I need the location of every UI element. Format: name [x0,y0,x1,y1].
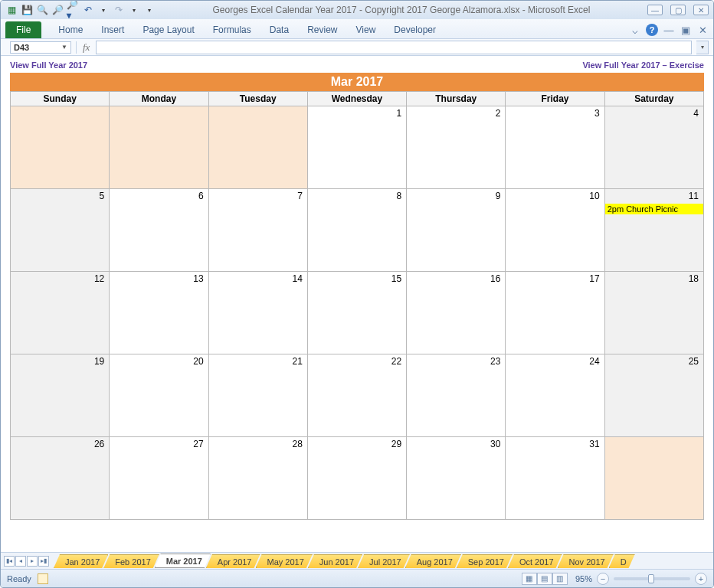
calendar-cell[interactable]: 14 [208,272,307,354]
calendar-cell[interactable]: 26 [11,437,110,520]
formula-bar-expand-icon[interactable]: ▾ [696,41,709,54]
sheet-tab-partial[interactable]: D [609,554,635,568]
day-number: 21 [209,354,307,368]
ribbon-tab-home[interactable]: Home [49,21,92,38]
sheet-tab[interactable]: Jul 2017 [358,554,410,568]
calendar-cell[interactable]: 21 [208,354,307,437]
sheet-nav-last-icon[interactable]: ▸▮ [38,556,49,567]
calendar-cell[interactable]: 1 [307,106,406,189]
day-number: 9 [407,189,505,203]
name-box-value: D43 [14,43,29,52]
calendar-cell[interactable]: 18 [604,272,703,354]
sheet-tab[interactable]: Jun 2017 [308,554,362,568]
calendar-cell[interactable]: 2 [407,106,506,189]
fx-icon[interactable]: fx [76,41,96,54]
undo-icon[interactable]: ↶ [82,4,94,16]
calendar-cell[interactable]: 5 [11,189,110,272]
page-layout-view-button[interactable]: ▤ [537,573,552,585]
zoom-level[interactable]: 95% [575,574,592,583]
calendar-cell[interactable]: 28 [208,437,307,520]
calendar-cell[interactable]: 22 [307,354,406,437]
ribbon-tab-formulas[interactable]: Formulas [204,21,260,38]
calendar-cell[interactable]: 6 [110,189,208,272]
workbook-restore-icon[interactable]: ▣ [680,24,692,36]
calendar-cell[interactable]: 29 [307,437,406,520]
day-number: 10 [506,189,604,203]
calendar-cell[interactable] [208,106,307,189]
help-icon[interactable]: ? [646,24,658,36]
sheet-nav-first-icon[interactable]: ▮◂ [4,556,15,567]
sheet-tab[interactable]: Aug 2017 [405,554,461,568]
calendar-cell[interactable]: 25 [604,354,703,437]
day-number: 12 [11,272,109,286]
maximize-button[interactable]: ▢ [670,5,686,15]
calendar-cell[interactable]: 15 [307,272,406,354]
file-tab[interactable]: File [5,21,41,38]
page-break-view-button[interactable]: ▥ [552,573,568,585]
calendar-cell[interactable]: 7 [208,189,307,272]
calendar-cell[interactable]: 4 [604,106,703,189]
sheet-nav-prev-icon[interactable]: ◂ [15,556,26,567]
sheet-tab[interactable]: Feb 2017 [103,554,159,568]
ribbon-tab-view[interactable]: View [347,21,385,38]
ribbon-tab-page-layout[interactable]: Page Layout [133,21,203,38]
calendar-cell[interactable]: 27 [110,437,208,520]
macro-record-icon[interactable] [38,573,48,584]
zoom-icon[interactable]: 🔍 [36,4,48,16]
workbook-minimize-icon[interactable]: — [663,24,675,36]
calendar-cell[interactable]: 112pm Church Picnic [604,189,703,272]
zoom-out-button[interactable]: − [597,573,609,585]
calendar-cell[interactable]: 23 [407,354,506,437]
ribbon-collapse-icon[interactable]: ⌵ [629,24,641,36]
close-button[interactable]: ✕ [693,5,709,15]
ribbon-tab-insert[interactable]: Insert [92,21,133,38]
sheet-tab[interactable]: May 2017 [256,554,313,568]
calendar-cell[interactable]: 19 [11,354,110,437]
calendar-cell[interactable] [110,106,208,189]
zoom-in-button[interactable]: + [695,573,707,585]
sheet-tab[interactable]: Nov 2017 [558,554,614,568]
sheet-tab[interactable]: Mar 2017 [155,554,211,568]
view-full-year-exercise-link[interactable]: View Full Year 2017 – Exercise [582,60,704,70]
calendar-cell[interactable]: 16 [407,272,506,354]
calendar-cell[interactable]: 20 [110,354,208,437]
sheet-tab[interactable]: Oct 2017 [508,554,562,568]
view-full-year-link[interactable]: View Full Year 2017 [10,60,87,70]
sheet-tab[interactable]: Apr 2017 [206,554,260,568]
sheet-tab[interactable]: Sep 2017 [457,554,513,568]
find-dropdown-icon[interactable]: 🔎▾ [67,4,79,16]
zoom-slider-thumb[interactable] [648,574,654,583]
calendar-cell[interactable]: 12 [11,272,110,354]
calendar-cell[interactable]: 3 [506,106,604,189]
workbook-close-icon[interactable]: ✕ [696,24,709,36]
sheet-tab[interactable]: Jan 2017 [54,554,108,568]
calendar-cell[interactable]: 30 [407,437,506,520]
calendar-cell[interactable]: 9 [407,189,506,272]
day-number: 24 [506,354,604,368]
zoom-slider[interactable] [614,577,690,580]
calendar-cell[interactable]: 24 [506,354,604,437]
formula-input[interactable] [96,41,692,54]
undo-dropdown-icon[interactable]: ▾ [97,4,110,16]
redo-icon[interactable]: ↷ [113,4,125,16]
name-box[interactable]: D43 ▼ [10,41,71,54]
calendar-cell[interactable]: 17 [506,272,604,354]
ribbon-tab-review[interactable]: Review [298,21,346,38]
save-icon[interactable]: 💾 [21,4,33,16]
calendar-cell[interactable]: 13 [110,272,208,354]
calendar-cell[interactable]: 10 [506,189,604,272]
normal-view-button[interactable]: ▦ [522,573,537,585]
sheet-nav-next-icon[interactable]: ▸ [27,556,38,567]
calendar-cell[interactable]: 31 [506,437,604,520]
find-icon[interactable]: 🔎 [51,4,64,16]
calendar-event[interactable]: 2pm Church Picnic [605,204,703,214]
qat-customize-icon[interactable]: ▾ [143,4,156,16]
minimize-button[interactable]: — [647,5,663,15]
redo-dropdown-icon[interactable]: ▾ [128,4,140,16]
calendar-cell[interactable]: 8 [307,189,406,272]
ribbon-tab-data[interactable]: Data [260,21,298,38]
calendar-cell[interactable] [604,437,703,520]
ribbon-tab-developer[interactable]: Developer [385,21,445,38]
calendar-cell[interactable] [11,106,110,189]
name-box-dropdown-icon[interactable]: ▼ [61,44,67,51]
